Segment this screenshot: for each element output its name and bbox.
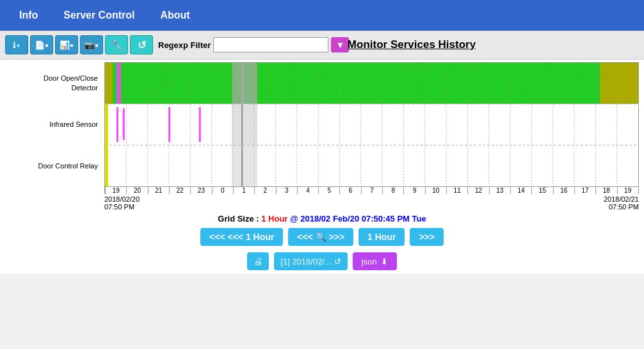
- main-content: Door Open/CloseDetector Infrared Sensor …: [0, 60, 644, 274]
- camera-icon: 📷: [85, 40, 95, 50]
- refresh-small-icon: ↺: [334, 257, 341, 266]
- svg-rect-10: [117, 107, 118, 142]
- print-icon: 🖨: [254, 256, 262, 266]
- svg-rect-21: [241, 145, 243, 186]
- y-label-infrared: Infrared Sensor: [5, 104, 101, 145]
- x-tick-18: 18: [595, 187, 616, 194]
- zoom-button[interactable]: <<< 🔍 >>>: [288, 228, 353, 246]
- forward-size-label: 1 Hour: [367, 232, 396, 242]
- camera-btn[interactable]: 📷●: [80, 35, 103, 54]
- x-tick-16: 16: [553, 187, 574, 194]
- x-tick-12: 12: [467, 187, 488, 194]
- x-tick-1: 1: [233, 187, 254, 194]
- svg-rect-13: [199, 107, 201, 142]
- chart-area: [104, 62, 639, 187]
- wrench-icon: 🔧: [110, 39, 123, 51]
- x-tick-13: 13: [489, 187, 510, 194]
- toolbar: ℹ● 📄● 📊● 📷● 🔧 ↺ Regexp Filter ▼ Monitor …: [0, 31, 644, 60]
- y-label-relay: Door Control Relay: [5, 145, 101, 187]
- svg-rect-16: [105, 104, 108, 145]
- chart-wrapper: Door Open/CloseDetector Infrared Sensor …: [5, 62, 639, 187]
- json-label: json: [362, 257, 377, 266]
- svg-rect-11: [123, 108, 125, 140]
- x-tick-7: 7: [361, 187, 382, 194]
- bottom-bar: 🖨 [1] 2018/02/... ↺ json ⬇: [5, 248, 639, 274]
- backward-button[interactable]: <<< <<< 1 Hour: [200, 228, 283, 246]
- svg-rect-2: [600, 63, 639, 104]
- download-icon: ⬇: [381, 257, 388, 266]
- svg-rect-19: [105, 145, 108, 186]
- filter-icon: ▼: [335, 40, 344, 50]
- svg-rect-17: [105, 145, 638, 186]
- controls-row: <<< <<< 1 Hour <<< 🔍 >>> 1 Hour >>>: [5, 225, 639, 248]
- svg-rect-14: [232, 104, 257, 145]
- chart-btn[interactable]: 📊●: [55, 35, 78, 54]
- json-button[interactable]: json ⬇: [353, 252, 397, 270]
- x-tick-9: 9: [403, 187, 424, 194]
- x-tick-14: 14: [510, 187, 531, 194]
- refresh-icon: ↺: [138, 39, 146, 51]
- svg-rect-1: [105, 63, 638, 104]
- x-tick-4: 4: [297, 187, 318, 194]
- y-axis-labels: Door Open/CloseDetector Infrared Sensor …: [5, 62, 104, 187]
- doc-icon: 📄: [35, 40, 45, 50]
- x-tick-22: 22: [169, 187, 190, 194]
- svg-rect-7: [241, 63, 243, 104]
- date-left: 2018/02/2007:50 PM: [104, 195, 140, 211]
- wrench-btn[interactable]: 🔧: [105, 35, 128, 54]
- x-axis: 19 20 21 22 23 0 1 2 3 4 5 6 7 8 9 10 11…: [104, 187, 639, 194]
- nav-about[interactable]: About: [147, 10, 202, 21]
- print-button[interactable]: 🖨: [247, 252, 269, 270]
- x-tick-10: 10: [425, 187, 446, 194]
- top-navigation: Info Server Control About: [0, 0, 644, 31]
- nav-server-control[interactable]: Server Control: [51, 10, 147, 21]
- svg-rect-20: [232, 145, 257, 186]
- date-right: 2018/02/2107:50 PM: [604, 195, 639, 211]
- x-tick-21: 21: [148, 187, 169, 194]
- grid-size-timestamp: @ 2018/02 Feb/20 07:50:45 PM Tue: [290, 214, 426, 223]
- svg-rect-5: [117, 63, 118, 104]
- date-selector-button[interactable]: [1] 2018/02/... ↺: [274, 252, 348, 270]
- x-tick-15: 15: [531, 187, 552, 194]
- x-tick-17: 17: [574, 187, 595, 194]
- x-tick-8: 8: [382, 187, 403, 194]
- filter-input[interactable]: [213, 37, 328, 53]
- svg-rect-4: [232, 63, 257, 104]
- y-label-door: Door Open/CloseDetector: [5, 62, 101, 104]
- x-tick-11: 11: [446, 187, 467, 194]
- filter-area: Regexp Filter ▼: [158, 37, 349, 53]
- chart-svg: [105, 63, 638, 186]
- x-tick-19b: 19: [617, 187, 638, 194]
- x-tick-19: 19: [105, 187, 126, 194]
- svg-rect-8: [105, 104, 638, 145]
- backward-label: <<< 1 Hour: [227, 232, 274, 242]
- x-tick-20: 20: [126, 187, 147, 194]
- x-tick-5: 5: [318, 187, 339, 194]
- forward-size-button[interactable]: 1 Hour: [358, 228, 405, 246]
- x-tick-6: 6: [339, 187, 360, 194]
- svg-rect-15: [241, 104, 243, 145]
- refresh-btn[interactable]: ↺: [130, 35, 153, 54]
- date-label: [1] 2018/02/...: [280, 257, 332, 266]
- grid-size-label: Grid Size :: [218, 214, 261, 223]
- forward-button[interactable]: >>>: [410, 228, 444, 246]
- x-tick-0: 0: [212, 187, 233, 194]
- grid-size-value: 1 Hour: [261, 214, 287, 223]
- document-btn[interactable]: 📄●: [30, 35, 53, 54]
- svg-rect-3: [105, 63, 113, 104]
- backward-icon: <<<: [209, 232, 227, 242]
- x-tick-2: 2: [254, 187, 275, 194]
- filter-label: Regexp Filter: [158, 40, 211, 50]
- info-circle-btn[interactable]: ℹ●: [5, 35, 28, 54]
- x-tick-3: 3: [276, 187, 297, 194]
- x-tick-23: 23: [190, 187, 211, 194]
- chart-icon: 📊: [60, 40, 70, 50]
- forward-icon: >>>: [419, 232, 435, 242]
- date-labels: 2018/02/2007:50 PM 2018/02/2107:50 PM: [104, 194, 639, 212]
- filter-button[interactable]: ▼: [331, 37, 349, 53]
- nav-info[interactable]: Info: [6, 10, 51, 21]
- grid-info: Grid Size : 1 Hour @ 2018/02 Feb/20 07:5…: [5, 212, 639, 225]
- zoom-icon: <<< 🔍 >>>: [297, 232, 344, 242]
- svg-rect-6: [119, 63, 121, 104]
